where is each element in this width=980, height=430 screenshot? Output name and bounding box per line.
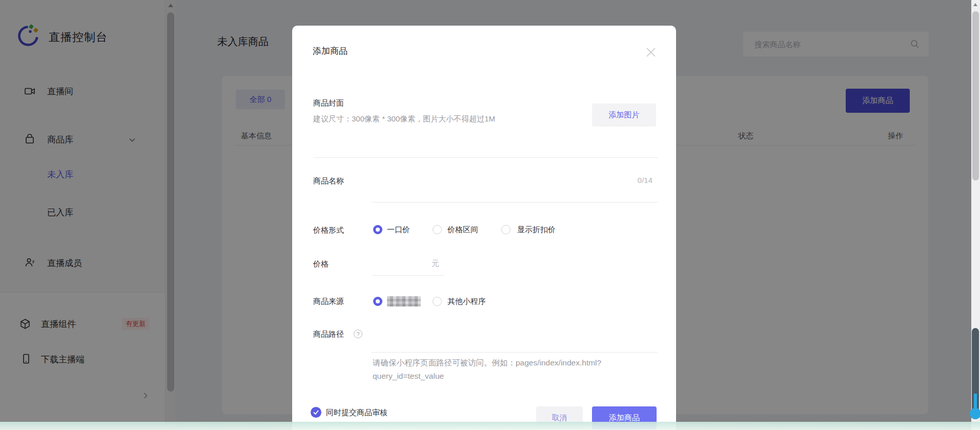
submit-review-label[interactable]: 同时提交商品审核 <box>326 408 387 418</box>
cover-size-hint: 建议尺寸：300像素 * 300像素，图片大小不得超过1M <box>313 114 495 124</box>
price-input-underline <box>372 275 445 276</box>
add-image-button[interactable]: 添加图片 <box>592 104 656 127</box>
bottom-taskbar-strip <box>0 422 980 430</box>
product-name-input[interactable] <box>372 173 623 188</box>
price-type-label: 价格形式 <box>313 225 344 235</box>
radio-price-range[interactable] <box>433 225 442 234</box>
source-label: 商品来源 <box>313 296 344 306</box>
close-icon[interactable] <box>645 46 657 58</box>
product-name-label: 商品名称 <box>313 176 344 186</box>
path-hint-text: 请确保小程序页面路径可被访问。例如：pages/index/index.html… <box>373 356 660 383</box>
check-icon <box>313 409 319 416</box>
dialog-title: 添加商品 <box>313 46 348 56</box>
char-counter: 0/14 <box>638 176 652 185</box>
radio-label-other-miniprogram[interactable]: 其他小程序 <box>447 296 486 306</box>
submit-review-checkbox[interactable] <box>311 407 321 418</box>
browser-scrollbar-thumb[interactable] <box>972 11 979 180</box>
section-divider <box>313 157 658 158</box>
name-input-underline <box>372 202 658 202</box>
path-label: 商品路径 <box>313 329 344 339</box>
radio-discount-price[interactable] <box>501 225 511 234</box>
path-input[interactable] <box>372 336 648 350</box>
cover-label: 商品封面 <box>313 98 344 108</box>
help-icon[interactable]: ? <box>354 330 362 338</box>
price-unit: 元 <box>432 259 439 269</box>
scroll-indicator-knob[interactable] <box>970 408 980 419</box>
radio-source-other-miniprogram[interactable] <box>433 297 442 306</box>
price-input[interactable] <box>372 256 427 271</box>
scrollbar-up-arrow-icon[interactable] <box>973 3 977 6</box>
radio-label-fixed-price[interactable]: 一口价 <box>387 224 410 235</box>
radio-label-discount-price[interactable]: 显示折扣价 <box>517 224 556 235</box>
radio-fixed-price[interactable] <box>373 225 382 234</box>
source-option-redacted <box>387 296 421 306</box>
price-label: 价格 <box>313 259 329 269</box>
radio-label-price-range[interactable]: 价格区间 <box>447 224 478 235</box>
radio-source-redacted[interactable] <box>373 297 382 306</box>
path-input-underline <box>372 352 658 353</box>
add-product-dialog: 添加商品 商品封面 建议尺寸：300像素 * 300像素，图片大小不得超过1M … <box>292 26 676 430</box>
